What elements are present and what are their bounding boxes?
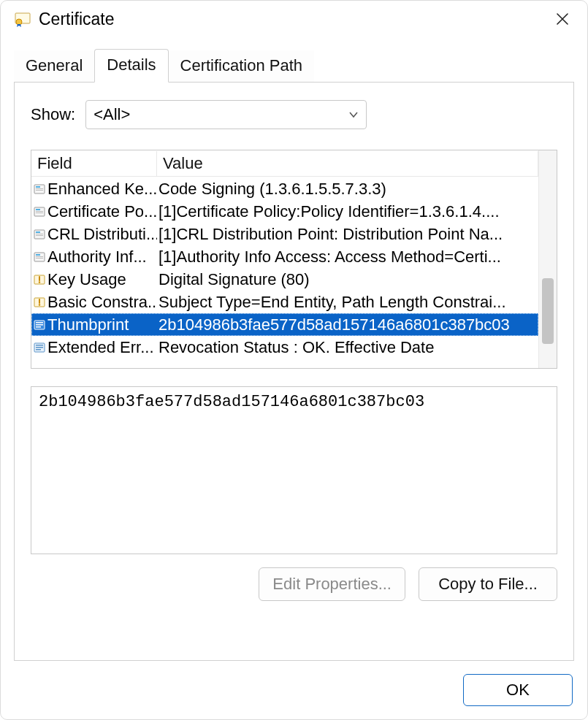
- field-name: CRL Distributi...: [47, 225, 157, 244]
- svg-rect-17: [36, 258, 43, 258]
- show-combo[interactable]: <All>: [85, 100, 367, 129]
- scrollbar[interactable]: [538, 150, 557, 368]
- ok-button[interactable]: OK: [463, 674, 573, 706]
- field-icon: [33, 341, 46, 354]
- svg-rect-29: [36, 349, 41, 351]
- field-value: [1]Certificate Policy:Policy Identifier=…: [157, 202, 538, 221]
- list-row[interactable]: Certificate Po...[1]Certificate Policy:P…: [31, 200, 538, 223]
- show-row: Show: <All>: [31, 100, 557, 129]
- field-value: 2b104986b3fae577d58ad157146a6801c387bc03: [157, 315, 538, 334]
- svg-rect-3: [36, 186, 40, 188]
- field-name: Enhanced Ke...: [47, 180, 157, 199]
- footer: OK: [1, 661, 587, 719]
- svg-rect-16: [36, 256, 43, 257]
- field-icon: [33, 183, 46, 196]
- certificate-icon: [14, 10, 31, 28]
- field-icon: [33, 273, 46, 286]
- field-value: Code Signing (1.3.6.1.5.5.7.3.3): [157, 180, 538, 199]
- field-name: Certificate Po...: [47, 202, 157, 221]
- list-row[interactable]: Extended Err...Revocation Status : OK. E…: [31, 336, 538, 359]
- tab-certification-path[interactable]: Certification Path: [169, 50, 315, 83]
- svg-rect-4: [36, 188, 43, 189]
- svg-rect-28: [36, 347, 43, 348]
- field-value: Subject Type=End Entity, Path Length Con…: [157, 293, 538, 312]
- button-row: Edit Properties... Copy to File...: [31, 567, 557, 601]
- field-name: Key Usage: [47, 270, 126, 289]
- svg-rect-23: [36, 322, 43, 323]
- scrollbar-thumb[interactable]: [542, 278, 554, 344]
- tab-general[interactable]: General: [14, 50, 94, 83]
- list-row[interactable]: Basic Constra...Subject Type=End Entity,…: [31, 291, 538, 313]
- fields-list[interactable]: Field Value Enhanced Ke...Code Signing (…: [31, 150, 557, 369]
- field-name: Thumbprint: [47, 315, 129, 334]
- list-row[interactable]: Thumbprint2b104986b3fae577d58ad157146a68…: [31, 313, 538, 336]
- show-selected: <All>: [93, 105, 130, 124]
- list-header: Field Value: [31, 150, 538, 177]
- tab-details[interactable]: Details: [94, 49, 168, 83]
- list-row[interactable]: CRL Distributi...[1]CRL Distribution Poi…: [31, 223, 538, 245]
- chevron-down-icon: [348, 110, 359, 120]
- svg-rect-12: [36, 234, 43, 234]
- svg-rect-25: [36, 326, 41, 328]
- svg-rect-8: [36, 211, 43, 212]
- col-value[interactable]: Value: [157, 151, 538, 177]
- svg-point-19: [39, 281, 40, 283]
- svg-point-1: [16, 19, 22, 25]
- field-icon: [33, 318, 46, 332]
- field-icon: [33, 296, 46, 309]
- svg-point-21: [39, 304, 40, 305]
- list-row[interactable]: Authority Inf...[1]Authority Info Access…: [31, 245, 538, 268]
- window-title: Certificate: [39, 9, 546, 29]
- svg-rect-7: [36, 209, 40, 210]
- svg-rect-27: [36, 345, 43, 346]
- field-icon: [33, 205, 46, 218]
- svg-rect-9: [36, 212, 43, 213]
- field-icon: [33, 228, 46, 241]
- detail-value-box[interactable]: 2b104986b3fae577d58ad157146a6801c387bc03: [31, 386, 557, 554]
- close-button[interactable]: [546, 7, 579, 31]
- field-value: [1]Authority Info Access: Access Method=…: [157, 248, 538, 267]
- field-icon: [33, 250, 46, 264]
- svg-rect-13: [36, 235, 43, 236]
- details-panel: Show: <All> Field Value Enhanced Ke...Co…: [14, 82, 574, 661]
- svg-rect-5: [36, 190, 43, 191]
- titlebar: Certificate: [1, 1, 587, 34]
- certificate-dialog: Certificate General Details Certificatio…: [0, 0, 588, 720]
- field-value: Digital Signature (80): [157, 270, 538, 289]
- field-value: [1]CRL Distribution Point: Distribution …: [157, 225, 538, 244]
- field-name: Extended Err...: [47, 338, 154, 357]
- edit-properties-button[interactable]: Edit Properties...: [259, 567, 405, 601]
- tab-strip: General Details Certification Path: [14, 49, 574, 83]
- list-row[interactable]: Key UsageDigital Signature (80): [31, 268, 538, 291]
- field-value: Revocation Status : OK. Effective Date: [157, 338, 538, 357]
- show-label: Show:: [31, 105, 75, 124]
- list-row[interactable]: Enhanced Ke...Code Signing (1.3.6.1.5.5.…: [31, 177, 538, 200]
- copy-to-file-button[interactable]: Copy to File...: [419, 567, 557, 601]
- field-name: Basic Constra...: [47, 293, 157, 312]
- col-field[interactable]: Field: [31, 151, 157, 177]
- svg-rect-24: [36, 324, 43, 326]
- svg-rect-15: [36, 254, 40, 256]
- field-name: Authority Inf...: [47, 248, 147, 267]
- svg-rect-11: [36, 231, 40, 233]
